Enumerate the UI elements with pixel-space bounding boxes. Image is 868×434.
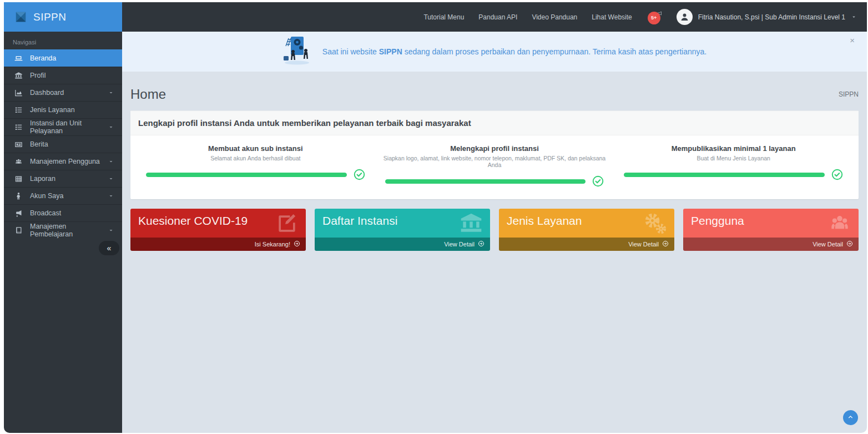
main-content: Home SIPPN Lengkapi profil instansi Anda… — [122, 72, 867, 433]
sidebar-item-dashboard[interactable]: Dashboard — [4, 84, 122, 101]
sidebar-item-manajemen-pembelajaran[interactable]: Manajemen Pembelajaran — [4, 221, 122, 239]
checklist-step-2: Melengkapi profil instansi Siapkan logo,… — [375, 144, 614, 187]
sidebar-item-label: Laporan — [30, 175, 55, 183]
progress-bar — [624, 173, 825, 177]
navbar-link-video-panduan[interactable]: Video Panduan — [532, 13, 577, 21]
laptop-icon — [14, 54, 23, 63]
arrow-circle-right-icon — [662, 240, 669, 248]
step-subtitle: Buat di Menu Jenis Layanan — [620, 155, 846, 162]
caret-down-icon — [108, 175, 114, 182]
checklist-heading: Lengkapi profil instansi Anda untuk memb… — [130, 111, 859, 135]
brand-text: SIPPN — [33, 11, 67, 23]
maintenance-brand: SIPPN — [379, 47, 402, 56]
sidebar-item-label: Manajemen Pengguna — [30, 158, 100, 165]
card-action[interactable]: Isi Sekarang! — [130, 238, 306, 251]
scroll-to-top-button[interactable] — [843, 410, 858, 425]
brand-icon — [15, 11, 27, 23]
card-title: Daftar Instansi — [322, 214, 397, 227]
bullhorn-icon — [14, 209, 23, 218]
sidebar-item-instansi-dan-unit-pelayanan[interactable]: Instansi dan Unit Pelayanan — [4, 118, 122, 135]
area-chart-icon — [14, 89, 23, 97]
check-circle-icon — [354, 169, 365, 180]
notifications-button[interactable]: 5+ — [648, 10, 662, 24]
list-icon — [14, 123, 23, 132]
gears-icon — [643, 211, 668, 238]
check-circle-icon — [831, 169, 843, 180]
maintenance-illustration-icon — [282, 35, 311, 68]
navbar-link-panduan-api[interactable]: Panduan API — [478, 13, 517, 21]
sidebar-item-jenis-layanan[interactable]: Jenis Layanan — [4, 101, 122, 118]
sidebar: SIPPN Navigasi Beranda Profil Dashboard … — [4, 2, 122, 433]
sidebar-item-label: Broadcast — [30, 209, 61, 217]
card-kuesioner-covid19[interactable]: Kuesioner COVID-19 Isi Sekarang! — [130, 209, 306, 251]
person-icon — [14, 192, 23, 200]
card-pengguna[interactable]: Pengguna View Detail — [683, 209, 859, 251]
sidebar-item-manajemen-pengguna[interactable]: Manajemen Pengguna — [4, 153, 122, 170]
arrow-circle-right-icon — [294, 240, 300, 248]
sidebar-item-label: Profil — [30, 72, 46, 79]
maintenance-message: Saat ini website SIPPN sedang dalam pros… — [322, 47, 706, 56]
step-subtitle: Siapkan logo, alamat, link website, nomo… — [382, 155, 608, 168]
app-window: SIPPN Navigasi Beranda Profil Dashboard … — [4, 2, 867, 433]
list-icon — [14, 106, 23, 114]
navbar-link-tutorial-menu[interactable]: Tutorial Menu — [423, 13, 464, 21]
step-subtitle: Selamat akun Anda berhasil dibuat — [143, 155, 369, 162]
step-title: Melengkapi profil instansi — [382, 144, 608, 153]
sidebar-item-berita[interactable]: Berita — [4, 135, 122, 153]
chevron-up-icon — [847, 413, 854, 422]
sidebar-item-broadcast[interactable]: Broadcast — [4, 204, 122, 221]
breadcrumb[interactable]: SIPPN — [839, 90, 859, 98]
sidebar-item-laporan[interactable]: Laporan — [4, 170, 122, 187]
caret-down-icon — [851, 12, 857, 22]
bank-icon — [459, 211, 483, 238]
sidebar-item-label: Akun Saya — [30, 192, 63, 200]
newspaper-icon — [14, 140, 23, 149]
caret-down-icon — [108, 89, 114, 96]
arrow-circle-right-icon — [846, 240, 853, 248]
sidebar-item-label: Berita — [30, 140, 48, 148]
card-title: Kuesioner COVID-19 — [138, 214, 248, 227]
bank-icon — [14, 72, 23, 80]
sidebar-item-label: Beranda — [30, 54, 56, 62]
progress-bar — [385, 179, 586, 184]
sidebar-collapse-button[interactable]: « — [99, 241, 119, 255]
page-title: Home — [130, 87, 166, 102]
step-title: Mempublikasikan minimal 1 layanan — [620, 144, 846, 153]
card-action[interactable]: View Detail — [683, 238, 859, 251]
checklist-step-1: Membuat akun sub instansi Selamat akun A… — [136, 144, 375, 187]
users-icon — [14, 158, 23, 166]
card-action[interactable]: View Detail — [315, 238, 490, 251]
checklist-step-3: Mempublikasikan minimal 1 layanan Buat d… — [614, 144, 853, 187]
top-navbar: Tutorial Menu Panduan API Video Panduan … — [122, 2, 867, 32]
card-jenis-layanan[interactable]: Jenis Layanan View Detail — [499, 209, 674, 251]
user-name: Fitria Nasution, S.psi | Sub Admin Insta… — [698, 13, 845, 21]
users-icon — [827, 211, 852, 238]
sidebar-item-akun-saya[interactable]: Akun Saya — [4, 187, 122, 204]
caret-down-icon — [108, 227, 114, 234]
table-icon — [14, 175, 23, 183]
caret-down-icon — [108, 193, 114, 199]
caret-down-icon — [108, 124, 114, 130]
maintenance-alert: Saat ini website SIPPN sedang dalam pros… — [122, 32, 867, 72]
arrow-circle-right-icon — [478, 240, 485, 248]
sidebar-item-profil[interactable]: Profil — [4, 67, 122, 84]
sidebar-item-label: Instansi dan Unit Pelayanan — [30, 119, 100, 135]
card-title: Pengguna — [691, 214, 744, 227]
sidebar-item-label: Jenis Layanan — [30, 106, 75, 114]
close-icon[interactable]: × — [850, 36, 855, 44]
card-title: Jenis Layanan — [507, 214, 582, 227]
check-circle-icon — [592, 175, 604, 187]
user-menu[interactable]: Fitria Nasution, S.psi | Sub Admin Insta… — [677, 9, 857, 25]
brand-logo[interactable]: SIPPN — [4, 2, 122, 32]
sidebar-item-beranda[interactable]: Beranda — [4, 49, 122, 67]
sidebar-section-label: Navigasi — [4, 32, 122, 49]
pencil-square-icon — [275, 211, 299, 238]
card-daftar-instansi[interactable]: Daftar Instansi View Detail — [315, 209, 490, 251]
card-action[interactable]: View Detail — [499, 238, 674, 251]
notification-badge: 5+ — [648, 12, 660, 24]
avatar — [677, 9, 693, 25]
profile-checklist-panel: Lengkapi profil instansi Anda untuk memb… — [130, 110, 859, 199]
caret-down-icon — [108, 158, 114, 165]
navbar-link-lihat-website[interactable]: Lihat Website — [592, 13, 632, 21]
sidebar-item-label: Manajemen Pembelajaran — [30, 223, 100, 238]
